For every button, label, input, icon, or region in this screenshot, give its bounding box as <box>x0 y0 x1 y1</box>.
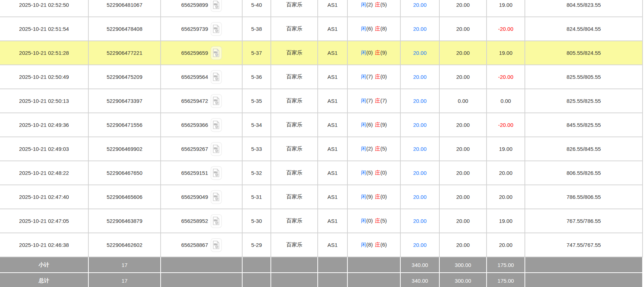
round-id: 656259739 <box>181 26 208 32</box>
valid-bet-amount: 0.00 <box>458 98 468 104</box>
video-replay-button[interactable] <box>211 190 222 204</box>
summary-win-loss-total: 175.00 <box>498 278 514 284</box>
table-name-cell: AS1 <box>318 41 347 65</box>
order-id: 522906471556 <box>107 122 142 128</box>
banker-result-label: 庄 <box>375 145 380 152</box>
win-loss-amount: -20.00 <box>498 122 513 128</box>
table-row[interactable]: 2025-10-21 02:51:54 522906478408 6562597… <box>0 17 643 41</box>
table-name-cell: AS1 <box>318 0 347 17</box>
summary-label-cell: 小计 <box>0 257 88 273</box>
video-file-icon <box>213 48 220 57</box>
table-row[interactable]: 2025-10-21 02:47:05 522906463879 6562589… <box>0 209 643 233</box>
table-name: AS1 <box>327 242 337 248</box>
bet-time: 2025-10-21 02:47:40 <box>19 194 69 200</box>
table-row[interactable]: 2025-10-21 02:49:03 522906469902 6562592… <box>0 137 643 161</box>
bet-time: 2025-10-21 02:46:38 <box>19 242 69 248</box>
round-number: 5-30 <box>251 218 262 224</box>
bet-amount-cell: 20.00 <box>400 41 439 65</box>
round-number-cell: 5-30 <box>242 209 271 233</box>
table-row[interactable]: 2025-10-21 02:46:38 522906462602 6562588… <box>0 233 643 257</box>
game-name: 百家乐 <box>286 97 302 104</box>
video-replay-button[interactable] <box>211 22 222 36</box>
win-loss-amount: -20.00 <box>498 74 513 80</box>
game-name-cell: 百家乐 <box>271 209 318 233</box>
bet-amount-link[interactable]: 20.00 <box>413 2 427 8</box>
game-name-cell: 百家乐 <box>271 161 318 185</box>
summary-empty-cell <box>318 257 347 273</box>
bet-amount-link[interactable]: 20.00 <box>413 218 427 224</box>
table-row[interactable]: 2025-10-21 02:50:49 522906475209 6562595… <box>0 65 643 89</box>
bet-amount-link[interactable]: 20.00 <box>413 122 427 128</box>
bet-amount-link[interactable]: 20.00 <box>413 242 427 248</box>
order-id-cell: 522906462602 <box>88 233 161 257</box>
summary-valid-bet-total: 300.00 <box>455 262 471 268</box>
table-row[interactable]: 2025-10-21 02:50:13 522906473397 6562594… <box>0 89 643 113</box>
bet-amount-link[interactable]: 20.00 <box>413 50 427 56</box>
bet-time: 2025-10-21 02:51:54 <box>19 26 69 32</box>
round-number-cell: 5-35 <box>242 89 271 113</box>
bet-amount-link[interactable]: 20.00 <box>413 26 427 32</box>
bet-time-cell: 2025-10-21 02:46:38 <box>0 233 88 257</box>
win-loss-cell: -20.00 <box>487 17 525 41</box>
bet-time: 2025-10-21 02:49:03 <box>19 146 69 152</box>
video-replay-button[interactable] <box>211 118 222 132</box>
video-replay-button[interactable] <box>211 166 222 180</box>
table-row[interactable]: 2025-10-21 02:51:28 522906477221 6562596… <box>0 41 643 65</box>
valid-bet-cell: 20.00 <box>439 185 487 209</box>
bet-amount-link[interactable]: 20.00 <box>413 74 427 80</box>
video-replay-button[interactable] <box>211 238 222 252</box>
video-replay-button[interactable] <box>211 0 222 12</box>
bet-amount-link[interactable]: 20.00 <box>413 146 427 152</box>
bet-amount-link[interactable]: 20.00 <box>413 170 427 176</box>
player-result-score: (7) <box>366 73 373 80</box>
game-name: 百家乐 <box>286 1 302 8</box>
summary-valid-bet-total: 300.00 <box>455 278 471 284</box>
video-replay-button[interactable] <box>211 70 222 84</box>
win-loss-cell: -20.00 <box>487 65 525 89</box>
video-replay-button[interactable] <box>211 46 222 60</box>
table-name-cell: AS1 <box>318 137 347 161</box>
order-id-cell: 522906473397 <box>88 89 161 113</box>
bet-time: 2025-10-21 02:49:36 <box>19 122 69 128</box>
bet-amount-link[interactable]: 20.00 <box>413 194 427 200</box>
order-id-cell: 522906478408 <box>88 17 161 41</box>
round-id: 656259267 <box>181 146 208 152</box>
table-row[interactable]: 2025-10-21 02:52:50 522906481067 6562598… <box>0 0 643 17</box>
player-result-score: (6) <box>366 25 373 32</box>
summary-empty-cell <box>318 273 347 287</box>
table-row[interactable]: 2025-10-21 02:47:40 522906465606 6562590… <box>0 185 643 209</box>
win-loss-cell: -20.00 <box>487 113 525 137</box>
table-row[interactable]: 2025-10-21 02:48:22 522906467650 6562591… <box>0 161 643 185</box>
round-number: 5-32 <box>251 170 262 176</box>
valid-bet-amount: 20.00 <box>456 242 470 248</box>
video-file-icon <box>213 192 220 201</box>
player-result-label: 闲 <box>361 241 366 248</box>
table-name: AS1 <box>327 98 337 104</box>
table-name: AS1 <box>327 122 337 128</box>
order-id-cell: 522906467650 <box>88 161 161 185</box>
banker-result-label: 庄 <box>375 217 380 224</box>
bet-time-cell: 2025-10-21 02:49:03 <box>0 137 88 161</box>
summary-bet-total: 340.00 <box>412 278 428 284</box>
table-name-cell: AS1 <box>318 233 347 257</box>
banker-result-score: (0) <box>380 169 387 176</box>
player-result-label: 闲 <box>361 97 366 104</box>
video-replay-button[interactable] <box>211 142 222 156</box>
banker-result-label: 庄 <box>375 1 380 8</box>
player-result-score: (2) <box>366 1 373 8</box>
bet-amount-cell: 20.00 <box>400 161 439 185</box>
bet-amount-link[interactable]: 20.00 <box>413 98 427 104</box>
bet-time-cell: 2025-10-21 02:47:40 <box>0 185 88 209</box>
video-replay-button[interactable] <box>211 94 222 108</box>
bet-amount-cell: 20.00 <box>400 0 439 17</box>
round-number: 5-37 <box>251 50 262 56</box>
game-name: 百家乐 <box>286 217 302 224</box>
player-result-score: (0) <box>366 49 373 56</box>
player-result-score: (5) <box>366 169 373 176</box>
win-loss-amount: 19.00 <box>499 50 513 56</box>
video-file-icon <box>213 240 220 249</box>
valid-bet-amount: 20.00 <box>456 50 470 56</box>
table-row[interactable]: 2025-10-21 02:49:36 522906471556 6562593… <box>0 113 643 137</box>
win-loss-amount: 19.00 <box>499 218 513 224</box>
video-replay-button[interactable] <box>211 214 222 228</box>
